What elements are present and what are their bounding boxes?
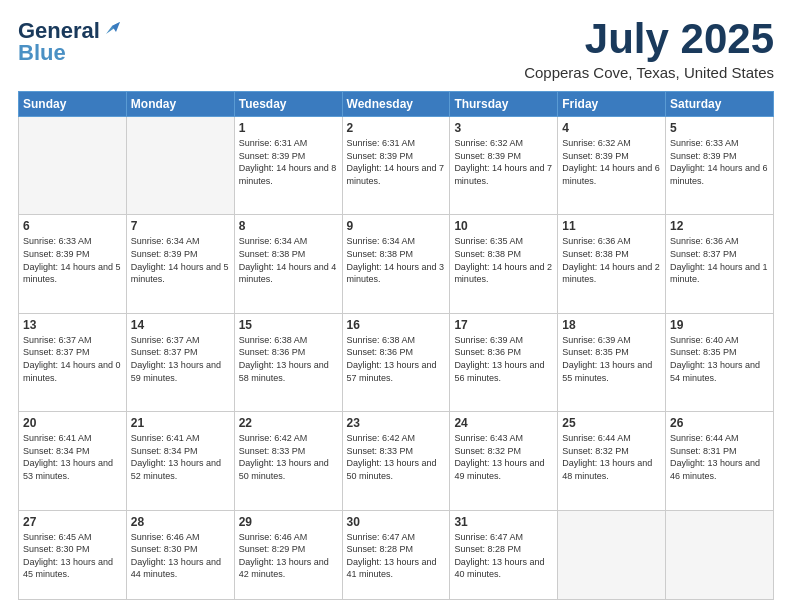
day-info: Sunrise: 6:34 AM Sunset: 8:39 PM Dayligh… [131,235,230,285]
table-row: 23Sunrise: 6:42 AM Sunset: 8:33 PM Dayli… [342,412,450,510]
calendar-table: Sunday Monday Tuesday Wednesday Thursday… [18,91,774,600]
day-number: 17 [454,318,553,332]
day-number: 24 [454,416,553,430]
day-number: 18 [562,318,661,332]
logo: General Blue [18,18,120,66]
day-number: 31 [454,515,553,529]
table-row: 1Sunrise: 6:31 AM Sunset: 8:39 PM Daylig… [234,117,342,215]
table-row: 17Sunrise: 6:39 AM Sunset: 8:36 PM Dayli… [450,313,558,411]
table-row: 7Sunrise: 6:34 AM Sunset: 8:39 PM Daylig… [126,215,234,313]
day-number: 26 [670,416,769,430]
day-number: 29 [239,515,338,529]
table-row [126,117,234,215]
day-number: 25 [562,416,661,430]
table-row: 6Sunrise: 6:33 AM Sunset: 8:39 PM Daylig… [19,215,127,313]
table-row: 21Sunrise: 6:41 AM Sunset: 8:34 PM Dayli… [126,412,234,510]
title-block: July 2025 Copperas Cove, Texas, United S… [524,18,774,81]
day-info: Sunrise: 6:31 AM Sunset: 8:39 PM Dayligh… [347,137,446,187]
day-info: Sunrise: 6:39 AM Sunset: 8:36 PM Dayligh… [454,334,553,384]
day-number: 30 [347,515,446,529]
col-sunday: Sunday [19,92,127,117]
day-number: 8 [239,219,338,233]
day-number: 21 [131,416,230,430]
day-info: Sunrise: 6:42 AM Sunset: 8:33 PM Dayligh… [239,432,338,482]
day-info: Sunrise: 6:34 AM Sunset: 8:38 PM Dayligh… [239,235,338,285]
table-row [19,117,127,215]
table-row: 3Sunrise: 6:32 AM Sunset: 8:39 PM Daylig… [450,117,558,215]
calendar-page: General Blue July 2025 Copperas Cove, Te… [0,0,792,612]
table-row: 2Sunrise: 6:31 AM Sunset: 8:39 PM Daylig… [342,117,450,215]
table-row: 27Sunrise: 6:45 AM Sunset: 8:30 PM Dayli… [19,510,127,600]
day-info: Sunrise: 6:37 AM Sunset: 8:37 PM Dayligh… [23,334,122,384]
day-info: Sunrise: 6:46 AM Sunset: 8:29 PM Dayligh… [239,531,338,581]
col-friday: Friday [558,92,666,117]
day-info: Sunrise: 6:32 AM Sunset: 8:39 PM Dayligh… [454,137,553,187]
day-number: 5 [670,121,769,135]
table-row: 28Sunrise: 6:46 AM Sunset: 8:30 PM Dayli… [126,510,234,600]
table-row: 16Sunrise: 6:38 AM Sunset: 8:36 PM Dayli… [342,313,450,411]
col-saturday: Saturday [666,92,774,117]
day-number: 19 [670,318,769,332]
day-info: Sunrise: 6:31 AM Sunset: 8:39 PM Dayligh… [239,137,338,187]
day-number: 1 [239,121,338,135]
location-title: Copperas Cove, Texas, United States [524,64,774,81]
table-row [666,510,774,600]
day-info: Sunrise: 6:45 AM Sunset: 8:30 PM Dayligh… [23,531,122,581]
day-info: Sunrise: 6:32 AM Sunset: 8:39 PM Dayligh… [562,137,661,187]
day-info: Sunrise: 6:38 AM Sunset: 8:36 PM Dayligh… [239,334,338,384]
day-info: Sunrise: 6:41 AM Sunset: 8:34 PM Dayligh… [131,432,230,482]
day-info: Sunrise: 6:47 AM Sunset: 8:28 PM Dayligh… [454,531,553,581]
col-thursday: Thursday [450,92,558,117]
day-number: 6 [23,219,122,233]
day-number: 23 [347,416,446,430]
table-row: 19Sunrise: 6:40 AM Sunset: 8:35 PM Dayli… [666,313,774,411]
day-number: 27 [23,515,122,529]
day-info: Sunrise: 6:43 AM Sunset: 8:32 PM Dayligh… [454,432,553,482]
table-row: 9Sunrise: 6:34 AM Sunset: 8:38 PM Daylig… [342,215,450,313]
col-monday: Monday [126,92,234,117]
day-info: Sunrise: 6:34 AM Sunset: 8:38 PM Dayligh… [347,235,446,285]
day-number: 2 [347,121,446,135]
table-row: 31Sunrise: 6:47 AM Sunset: 8:28 PM Dayli… [450,510,558,600]
day-info: Sunrise: 6:41 AM Sunset: 8:34 PM Dayligh… [23,432,122,482]
table-row: 24Sunrise: 6:43 AM Sunset: 8:32 PM Dayli… [450,412,558,510]
day-number: 28 [131,515,230,529]
day-info: Sunrise: 6:36 AM Sunset: 8:37 PM Dayligh… [670,235,769,285]
table-row: 25Sunrise: 6:44 AM Sunset: 8:32 PM Dayli… [558,412,666,510]
table-row: 20Sunrise: 6:41 AM Sunset: 8:34 PM Dayli… [19,412,127,510]
table-row: 29Sunrise: 6:46 AM Sunset: 8:29 PM Dayli… [234,510,342,600]
table-row: 4Sunrise: 6:32 AM Sunset: 8:39 PM Daylig… [558,117,666,215]
table-row: 10Sunrise: 6:35 AM Sunset: 8:38 PM Dayli… [450,215,558,313]
day-number: 22 [239,416,338,430]
col-wednesday: Wednesday [342,92,450,117]
day-info: Sunrise: 6:44 AM Sunset: 8:31 PM Dayligh… [670,432,769,482]
day-info: Sunrise: 6:47 AM Sunset: 8:28 PM Dayligh… [347,531,446,581]
day-number: 16 [347,318,446,332]
month-title: July 2025 [524,18,774,60]
table-row: 15Sunrise: 6:38 AM Sunset: 8:36 PM Dayli… [234,313,342,411]
day-number: 13 [23,318,122,332]
table-row: 22Sunrise: 6:42 AM Sunset: 8:33 PM Dayli… [234,412,342,510]
day-info: Sunrise: 6:38 AM Sunset: 8:36 PM Dayligh… [347,334,446,384]
day-info: Sunrise: 6:46 AM Sunset: 8:30 PM Dayligh… [131,531,230,581]
day-number: 20 [23,416,122,430]
day-info: Sunrise: 6:44 AM Sunset: 8:32 PM Dayligh… [562,432,661,482]
logo-bird-icon [102,20,120,38]
day-number: 12 [670,219,769,233]
table-row: 5Sunrise: 6:33 AM Sunset: 8:39 PM Daylig… [666,117,774,215]
table-row: 12Sunrise: 6:36 AM Sunset: 8:37 PM Dayli… [666,215,774,313]
table-row [558,510,666,600]
day-info: Sunrise: 6:42 AM Sunset: 8:33 PM Dayligh… [347,432,446,482]
day-number: 10 [454,219,553,233]
day-info: Sunrise: 6:40 AM Sunset: 8:35 PM Dayligh… [670,334,769,384]
day-number: 14 [131,318,230,332]
day-number: 3 [454,121,553,135]
table-row: 14Sunrise: 6:37 AM Sunset: 8:37 PM Dayli… [126,313,234,411]
logo-blue: Blue [18,40,66,66]
table-row: 8Sunrise: 6:34 AM Sunset: 8:38 PM Daylig… [234,215,342,313]
day-number: 7 [131,219,230,233]
day-info: Sunrise: 6:36 AM Sunset: 8:38 PM Dayligh… [562,235,661,285]
day-info: Sunrise: 6:39 AM Sunset: 8:35 PM Dayligh… [562,334,661,384]
table-row: 18Sunrise: 6:39 AM Sunset: 8:35 PM Dayli… [558,313,666,411]
day-number: 15 [239,318,338,332]
